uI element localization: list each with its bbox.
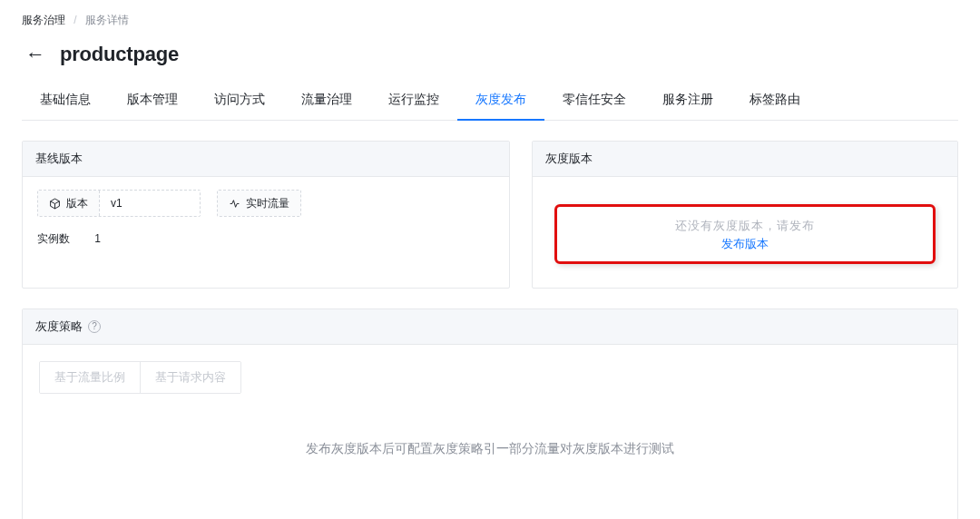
- baseline-version-row: 版本 v1 实时流量: [37, 190, 495, 217]
- help-icon[interactable]: ?: [88, 320, 101, 333]
- package-icon: [49, 198, 61, 210]
- breadcrumb-separator: /: [74, 14, 76, 26]
- breadcrumb: 服务治理 / 服务详情: [22, 11, 958, 39]
- instances-label: 实例数: [37, 231, 92, 247]
- baseline-panel: 基线版本 版本 v1: [22, 141, 510, 289]
- realtime-label: 实时流量: [246, 196, 289, 211]
- version-value: v1: [100, 191, 200, 216]
- gray-empty-callout: 还没有灰度版本，请发布 发布版本: [554, 204, 936, 264]
- realtime-tag-group: 实时流量: [217, 190, 301, 217]
- strategy-empty-hint: 发布灰度版本后可配置灰度策略引一部分流量对灰度版本进行测试: [39, 394, 941, 519]
- baseline-panel-body: 版本 v1 实时流量 实例数: [23, 177, 509, 263]
- instances-value: 1: [94, 232, 101, 245]
- gray-panel-title: 灰度版本: [545, 151, 593, 167]
- version-tag-group: 版本 v1: [37, 190, 201, 217]
- title-row: ← productpage: [22, 39, 958, 83]
- version-label: 版本: [66, 196, 88, 211]
- strategy-panel-body: 基于流量比例 基于请求内容 发布灰度版本后可配置灰度策略引一部分流量对灰度版本进…: [23, 345, 957, 519]
- gray-panel-header: 灰度版本: [533, 142, 957, 177]
- strategy-traffic-ratio-button[interactable]: 基于流量比例: [40, 362, 140, 393]
- tab-label-route[interactable]: 标签路由: [731, 83, 818, 120]
- publish-version-link[interactable]: 发布版本: [572, 236, 918, 252]
- top-panels-row: 基线版本 版本 v1: [22, 141, 958, 289]
- tab-gray-release[interactable]: 灰度发布: [457, 83, 544, 121]
- strategy-panel-title: 灰度策略: [35, 318, 83, 335]
- tab-version-manage[interactable]: 版本管理: [109, 83, 196, 120]
- breadcrumb-root[interactable]: 服务治理: [22, 14, 65, 26]
- tab-runtime-monitor[interactable]: 运行监控: [370, 83, 457, 120]
- gray-panel: 灰度版本 还没有灰度版本，请发布 发布版本: [532, 141, 958, 289]
- page-root: 服务治理 / 服务详情 ← productpage 基础信息 版本管理 访问方式…: [0, 0, 980, 519]
- page-title: productpage: [60, 43, 179, 66]
- realtime-tag-lead: 实时流量: [218, 191, 300, 216]
- baseline-panel-header: 基线版本: [23, 142, 509, 177]
- tab-basic-info[interactable]: 基础信息: [22, 83, 109, 120]
- strategy-panel-header: 灰度策略 ?: [23, 309, 957, 345]
- breadcrumb-current: 服务详情: [85, 14, 129, 26]
- strategy-segmented-buttons: 基于流量比例 基于请求内容: [39, 361, 241, 394]
- back-arrow-icon[interactable]: ←: [22, 43, 49, 66]
- tab-traffic-govern[interactable]: 流量治理: [283, 83, 370, 120]
- version-tag-lead: 版本: [38, 191, 100, 216]
- instances-row: 实例数 1: [37, 231, 495, 247]
- tab-service-register[interactable]: 服务注册: [644, 83, 731, 120]
- tabs: 基础信息 版本管理 访问方式 流量治理 运行监控 灰度发布 零信任安全 服务注册…: [22, 83, 958, 121]
- activity-icon: [229, 198, 240, 210]
- strategy-panel: 灰度策略 ? 基于流量比例 基于请求内容 发布灰度版本后可配置灰度策略引一部分流…: [22, 308, 958, 519]
- gray-panel-body: 还没有灰度版本，请发布 发布版本: [533, 177, 957, 288]
- tab-zero-trust[interactable]: 零信任安全: [544, 83, 644, 120]
- strategy-request-content-button[interactable]: 基于请求内容: [140, 362, 240, 393]
- gray-empty-hint: 还没有灰度版本，请发布: [572, 218, 918, 234]
- baseline-panel-title: 基线版本: [35, 151, 83, 167]
- tab-access-method[interactable]: 访问方式: [196, 83, 283, 120]
